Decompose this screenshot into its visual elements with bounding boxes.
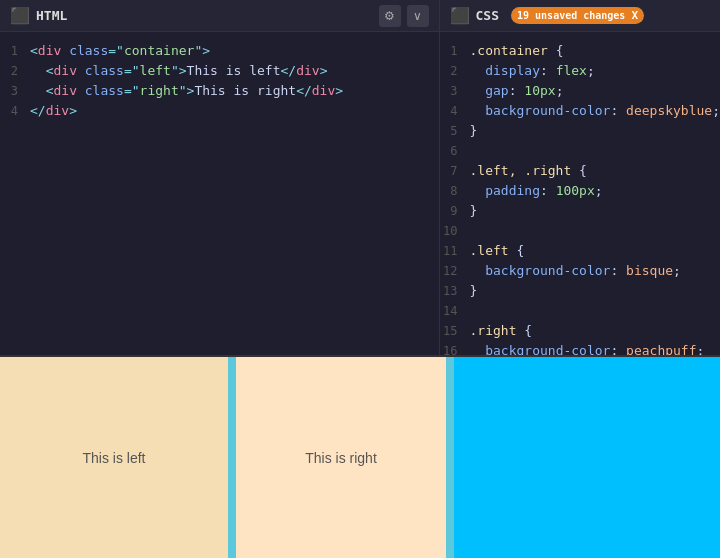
css-code-line: 5 } [440,122,720,142]
html-panel: ⬛ HTML ⚙ ∨ 1 <div class="container"> 2 <… [0,0,440,355]
html-gear-button[interactable]: ⚙ [379,5,401,27]
preview-left-box: This is left [0,357,228,558]
css-code-line: 10 [440,222,720,242]
unsaved-close-button[interactable]: X [631,9,638,22]
preview-right-box: This is right [236,357,446,558]
css-code-area[interactable]: 1 .container { 2 display: flex; 3 gap: 1… [440,32,720,355]
preview-background-box [454,357,720,558]
html-code-area[interactable]: 1 <div class="container"> 2 <div class="… [0,32,439,355]
css-code-line: 4 background-color: deepskyblue; [440,102,720,122]
preview-section: This is left This is right [0,355,720,558]
preview-right-text: This is right [305,450,377,466]
html-code-line: 1 <div class="container"> [0,42,439,62]
css-code-line: 13 } [440,282,720,302]
css-code-line: 6 [440,142,720,162]
preview-left-text: This is left [82,450,145,466]
css-code-line: 15 .right { [440,322,720,342]
css-dot-icon: ⬛ [450,6,470,25]
css-title-text: CSS [476,8,499,23]
css-code-line: 14 [440,302,720,322]
html-code-line: 2 <div class="left">This is left</div> [0,62,439,82]
css-code-line: 12 background-color: bisque; [440,262,720,282]
css-code-line: 3 gap: 10px; [440,82,720,102]
html-panel-title: ⬛ HTML [10,6,67,25]
css-code-line: 7 .left, .right { [440,162,720,182]
css-code-line: 1 .container { [440,42,720,62]
unsaved-text: 19 unsaved changes [517,10,625,21]
html-code-line: 3 <div class="right">This is right</div> [0,82,439,102]
preview-gap-divider [228,357,236,558]
editor-section: ⬛ HTML ⚙ ∨ 1 <div class="container"> 2 <… [0,0,720,355]
css-code-line: 2 display: flex; [440,62,720,82]
css-panel-title: ⬛ CSS 19 unsaved changes X [450,6,644,25]
html-panel-header: ⬛ HTML ⚙ ∨ [0,0,439,32]
css-code-line: 16 background-color: peachpuff; [440,342,720,355]
unsaved-badge: 19 unsaved changes X [511,7,644,24]
css-code-line: 8 padding: 100px; [440,182,720,202]
css-panel: ⬛ CSS 19 unsaved changes X 1 .container … [440,0,720,355]
html-chevron-button[interactable]: ∨ [407,5,429,27]
html-title-text: HTML [36,8,67,23]
css-code-line: 11 .left { [440,242,720,262]
css-panel-header: ⬛ CSS 19 unsaved changes X [440,0,720,32]
preview-gap-divider-2 [446,357,454,558]
css-code-line: 9 } [440,202,720,222]
html-dot-icon: ⬛ [10,6,30,25]
html-panel-controls: ⚙ ∨ [379,5,429,27]
html-code-line: 4 </div> [0,102,439,122]
